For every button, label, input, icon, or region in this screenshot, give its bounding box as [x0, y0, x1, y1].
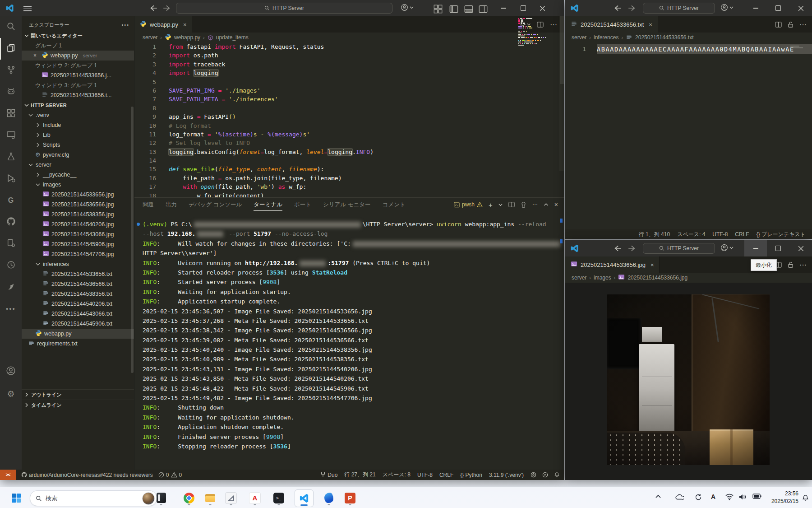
nav-forward-icon[interactable]: [162, 4, 172, 13]
panel-close-icon[interactable]: ×: [554, 201, 558, 208]
tree-file-20250215144545906.txt[interactable]: 20250215144545906.txt: [22, 319, 134, 329]
customize-layout-icon[interactable]: [433, 5, 443, 14]
tab-txt-file[interactable]: 20250215144533656.txt ×: [565, 16, 658, 33]
status-item-3.11.9[interactable]: 3.11.9 ('.venv'): [489, 472, 524, 478]
activity-item-remote-explorer[interactable]: [0, 125, 22, 146]
nav-forward-icon[interactable]: [627, 4, 637, 13]
breadcrumb[interactable]: server› inferences› 20250215144533656.tx…: [565, 33, 812, 42]
tree-file-pyvenv.cfg[interactable]: ⚙pyvenv.cfg: [22, 150, 134, 160]
activity-item-github[interactable]: [0, 211, 22, 233]
new-terminal-icon[interactable]: +: [489, 201, 493, 209]
breadcrumb[interactable]: server› webapp.py› update_items: [134, 33, 564, 42]
tree-folder-images[interactable]: images: [22, 180, 134, 190]
status-item-UTF-8[interactable]: UTF-8: [417, 472, 433, 478]
kill-terminal-trash-icon[interactable]: [521, 201, 526, 208]
tab-jpg-file[interactable]: 20250215144533656.jpg ×: [565, 256, 660, 273]
activity-item-gitlens[interactable]: G: [0, 190, 22, 211]
terminal-output[interactable]: (.venv) PS C:\\HTTP Server\server> uvico…: [143, 219, 555, 451]
chevron-down-icon[interactable]: [498, 203, 503, 207]
activity-item-explorer[interactable]: [0, 38, 22, 60]
tree-folder-Scripts[interactable]: Scripts: [22, 140, 134, 150]
tree-file-20250215144545906.jpg[interactable]: 20250215144545906.jpg: [22, 239, 134, 249]
tab-close-icon[interactable]: ×: [651, 261, 654, 268]
battery-icon[interactable]: [752, 494, 761, 499]
unlock-icon[interactable]: [788, 261, 794, 268]
wifi-icon[interactable]: [725, 494, 734, 500]
open-editor-item[interactable]: ×webapp.pyserver: [22, 51, 134, 61]
tab-close-icon[interactable]: ×: [183, 21, 187, 28]
command-center-search[interactable]: HTTP Server: [643, 243, 715, 254]
minimize-button[interactable]: [744, 0, 767, 16]
status-item-{}[interactable]: {} プレーンテキスト: [757, 231, 806, 238]
editor-more-icon[interactable]: ⋯: [799, 20, 807, 29]
tray-chevron-up-icon[interactable]: [655, 494, 661, 500]
remote-indicator[interactable]: ><: [0, 470, 16, 480]
tree-file-20250215144536566.jpg[interactable]: 20250215144536566.jpg: [22, 200, 134, 210]
close-button[interactable]: [789, 240, 812, 256]
tree-file-20250215144547706.jpg[interactable]: 20250215144547706.jpg: [22, 249, 134, 259]
activity-item-timeline-clock[interactable]: [0, 255, 22, 276]
sync-arrows-icon[interactable]: [695, 494, 702, 501]
taskbar-app-drafting[interactable]: [222, 489, 240, 506]
terminal-shell-item[interactable]: pwsh: [454, 201, 483, 208]
tab-webapp-py[interactable]: webapp.py ×: [134, 16, 192, 33]
timeline-section[interactable]: タイムライン: [22, 400, 134, 410]
tab-close-icon[interactable]: ×: [649, 21, 652, 28]
maximize-button[interactable]: [767, 0, 789, 16]
tree-file-20250215144540206.jpg[interactable]: 20250215144540206.jpg: [22, 219, 134, 229]
unlock-icon[interactable]: [788, 21, 794, 28]
close-icon[interactable]: ×: [33, 52, 37, 59]
taskbar-app-vscode[interactable]: [295, 489, 314, 507]
tree-file-20250215144538356.jpg[interactable]: 20250215144538356.jpg: [22, 210, 134, 219]
play-circle-icon[interactable]: [542, 472, 548, 478]
split-terminal-icon[interactable]: [508, 201, 515, 208]
close-button[interactable]: [789, 0, 812, 16]
code-editor[interactable]: 1from fastapi import FastAPI, Request, s…: [134, 42, 564, 197]
taskbar-clock[interactable]: 23:56 2025/02/15: [771, 490, 798, 506]
panel-more-icon[interactable]: ⋯: [532, 201, 538, 208]
open-editors-header[interactable]: 開いているエディター: [22, 31, 134, 41]
repo-status-item[interactable]: arduino/ArduinoCore-renesas#422 needs re…: [21, 472, 153, 478]
panel-tab-シリアル モニター[interactable]: シリアル モニター: [323, 201, 371, 209]
activity-item-copilot[interactable]: [0, 81, 22, 103]
panel-tab-コメント[interactable]: コメント: [383, 201, 406, 209]
menu-hamburger-icon[interactable]: [23, 5, 32, 13]
bell-icon[interactable]: [554, 472, 560, 478]
profile-button[interactable]: [720, 4, 734, 11]
taskbar-app-terminal[interactable]: >_: [270, 489, 288, 506]
profile-button[interactable]: [720, 244, 734, 252]
taskbar-app-chrome[interactable]: [180, 489, 198, 506]
status-item-Duo[interactable]: Duo: [320, 471, 337, 479]
toggle-secondary-sidebar-icon[interactable]: [478, 5, 488, 14]
notifications-bell-icon[interactable]: [802, 494, 809, 501]
activity-item-account[interactable]: [0, 361, 22, 382]
breadcrumb[interactable]: server› images› 20250215144533656.jpg: [565, 273, 812, 283]
panel-tab-問題[interactable]: 問題: [143, 201, 154, 209]
activity-item-search[interactable]: [0, 16, 22, 38]
outline-section[interactable]: アウトライン: [22, 389, 134, 400]
editor-scrollbar[interactable]: [559, 16, 564, 171]
tree-folder-.venv[interactable]: .venv: [22, 110, 134, 120]
tree-file-20250215144540206.txt[interactable]: 20250215144540206.txt: [22, 299, 134, 309]
command-center-search[interactable]: HTTP Server: [176, 3, 392, 14]
taskbar-app-dark[interactable]: [152, 489, 170, 506]
editor-more-icon[interactable]: ⋯: [799, 261, 807, 269]
sidebar-scrollbar[interactable]: [131, 107, 134, 373]
maximize-button[interactable]: [513, 0, 533, 16]
split-editor-icon[interactable]: [775, 21, 782, 28]
status-item-UTF-8[interactable]: UTF-8: [712, 231, 728, 238]
nav-forward-icon[interactable]: [627, 244, 637, 253]
nav-back-icon[interactable]: [612, 4, 622, 13]
start-button[interactable]: [7, 489, 25, 506]
activity-item-test-beaker[interactable]: [0, 146, 22, 168]
image-preview-area[interactable]: [565, 283, 812, 480]
workspace-root-header[interactable]: HTTP SERVER: [22, 100, 134, 110]
status-item-スペース:[interactable]: スペース: 4: [677, 231, 705, 238]
taskbar-app-powerpoint[interactable]: P: [341, 489, 359, 506]
tree-file-requirements.txt[interactable]: requirements.txt: [22, 339, 134, 349]
status-item-CRLF[interactable]: CRLF: [439, 472, 453, 478]
panel-tab-出力[interactable]: 出力: [166, 201, 177, 209]
taskbar-app-blue[interactable]: [320, 489, 338, 506]
panel-tab-ターミナル[interactable]: ターミナル: [254, 201, 282, 211]
status-item-スペース:[interactable]: スペース: 8: [383, 471, 411, 479]
